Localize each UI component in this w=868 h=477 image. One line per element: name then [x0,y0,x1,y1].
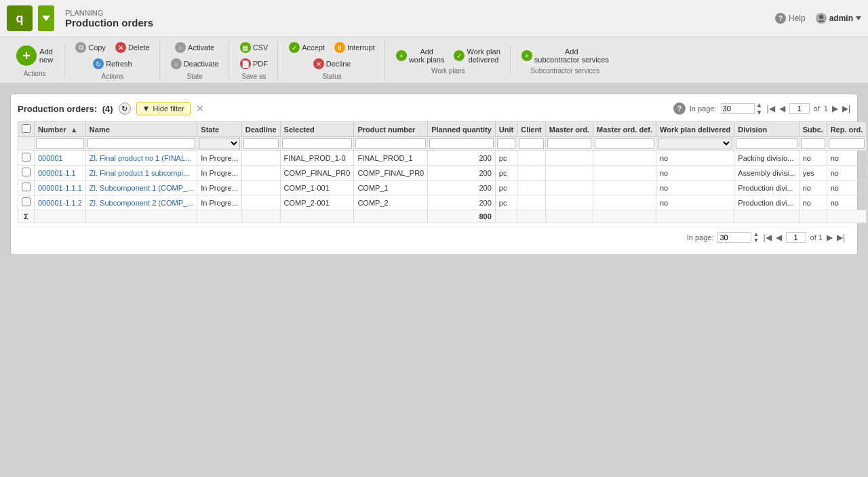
filter-client-input[interactable] [519,138,544,149]
filter-subc-input[interactable] [801,138,825,149]
accept-button[interactable]: ✓ Accept [285,40,329,55]
filter-name-input[interactable] [87,138,195,149]
th-master-ord[interactable]: Master ord. [545,122,593,137]
row-rep-ord: no [827,180,867,195]
th-client[interactable]: Client [517,122,546,137]
filter-prodnum-input[interactable] [355,138,426,149]
copy-button[interactable]: ⧉ Copy [71,40,110,55]
filter-planned-cell [428,137,496,151]
th-unit[interactable]: Unit [495,122,517,137]
row-checkbox[interactable] [22,168,31,176]
row-planned-quantity: 200 [428,151,496,166]
bottom-current-page-input[interactable] [786,232,806,243]
th-rep-ord[interactable]: Rep. ord. [827,122,867,137]
row-number-link[interactable]: 000001-1.1 [38,169,76,177]
row-planned-quantity: 200 [428,166,496,180]
last-page-button[interactable]: ▶| [842,104,850,113]
row-master-ord-def [593,166,656,180]
filter-deadline-input[interactable] [243,138,279,149]
first-page-button[interactable]: |◀ [766,104,774,113]
row-number-link[interactable]: 000001-1.1.2 [38,199,82,207]
th-division[interactable]: Division [734,122,799,137]
row-name-link[interactable]: Zl. Final product 1 subcompi... [90,169,189,177]
interrupt-button[interactable]: ⏸ Interrupt [330,40,379,55]
filter-unit-input[interactable] [497,138,515,149]
bottom-first-page-button[interactable]: |◀ [763,233,771,242]
deactivate-button[interactable]: ○ Deactivate [167,56,223,71]
filter-repord-input[interactable] [829,138,865,149]
csv-label: CSV [253,43,269,52]
row-name-link[interactable]: Zl. Subcomponent 1 (COMP_... [90,184,193,192]
decline-button[interactable]: ✕ Decline [309,56,355,71]
csv-button[interactable]: ▦ CSV [236,40,273,55]
clear-filter-button[interactable]: ✕ [196,103,204,114]
row-checkbox[interactable] [22,197,31,206]
row-checkbox[interactable] [22,183,31,191]
filter-refresh-button[interactable]: ↻ [119,102,131,115]
prev-page-button[interactable]: ◀ [779,104,785,113]
current-page-input[interactable] [789,103,810,114]
th-selected[interactable]: Selected [280,122,354,137]
row-name: Zl. Final product 1 subcompi... [85,166,197,180]
admin-button[interactable]: admin [816,13,861,24]
th-subc[interactable]: Subc. [799,122,827,137]
bottom-page-size-input[interactable] [717,232,751,243]
subcontractor-group: + Addsubcontractor services Subcontracto… [512,45,618,75]
app-dropdown[interactable] [38,5,54,31]
row-work-plan-delivered: no [656,180,734,195]
th-checkbox [18,122,35,137]
filter-masterdef-input[interactable] [595,138,654,149]
filter-state-select[interactable]: In Progress [199,138,239,149]
th-work-plan-delivered[interactable]: Work plan delivered [656,122,734,137]
bottom-prev-page-button[interactable]: ◀ [776,233,782,242]
th-name[interactable]: Name [85,122,197,137]
filter-repord-cell [827,137,867,151]
pdf-button[interactable]: 📄 PDF [236,56,272,71]
row-number-link[interactable]: 000001 [38,154,63,162]
th-product-number[interactable]: Product number [354,122,428,137]
th-deadline[interactable]: Deadline [241,122,280,137]
production-orders-table: Number ▲ Name State Deadline Selected Pr… [18,121,867,223]
actions2-group-label: Actions [102,73,124,80]
sort-arrow-number: ▲ [71,126,78,134]
delete-button[interactable]: ✕ Delete [111,40,154,55]
delete-icon: ✕ [115,42,126,53]
work-plan-delivered-button[interactable]: ✓ Work plandelivered [450,45,504,66]
page-size-input[interactable] [721,103,755,114]
select-all-checkbox[interactable] [22,124,31,133]
row-checkbox[interactable] [22,153,31,161]
th-master-ord-def[interactable]: Master ord. def. [593,122,656,137]
th-state[interactable]: State [197,122,241,137]
row-deadline [241,195,280,210]
hide-filter-button[interactable]: ▼ Hide filter [136,102,191,115]
filter-number-input[interactable] [36,138,84,149]
filter-unit-cell [495,137,517,151]
next-page-button[interactable]: ▶ [832,104,838,113]
help-tooltip-icon[interactable]: ? [673,102,686,115]
bottom-last-page-button[interactable]: ▶| [837,233,845,242]
add-work-plans-button[interactable]: + Addwork plans [392,45,449,66]
subcontractor-group-label: Subcontractor services [530,67,599,75]
add-subcontractor-button[interactable]: + Addsubcontractor services [517,45,613,66]
filter-planned-input[interactable] [429,138,494,149]
page-size-up-button[interactable]: ▲▼ [756,101,763,116]
row-subc: no [799,151,827,166]
refresh-button[interactable]: ↻ Refresh [89,56,136,71]
help-button[interactable]: ? Help [775,13,806,24]
row-name-link[interactable]: Zl. Subcomponent 2 (COMP_... [90,199,193,207]
th-planned-quantity[interactable]: Planned quantity [428,122,496,137]
row-name-link[interactable]: Zl. Final product no 1 (FINAL... [90,154,191,162]
th-number[interactable]: Number ▲ [35,122,86,137]
filter-master-input[interactable] [547,138,591,149]
work-plan-delivered-icon: ✓ [454,50,465,61]
status-group: ✓ Accept ⏸ Interrupt ✕ Decline Status [279,40,385,80]
page-title: Production orders [65,17,153,28]
bottom-next-page-button[interactable]: ▶ [827,233,833,242]
bottom-page-size-up-button[interactable]: ▲▼ [753,231,759,244]
add-new-button[interactable]: + Addnew [11,43,58,69]
filter-division-input[interactable] [736,138,797,149]
row-number-link[interactable]: 000001-1.1.1 [38,184,82,192]
activate-button[interactable]: ○ Activate [171,40,218,55]
filter-selected-input[interactable] [282,138,353,149]
filter-workplan-select[interactable]: yes no [658,138,732,149]
